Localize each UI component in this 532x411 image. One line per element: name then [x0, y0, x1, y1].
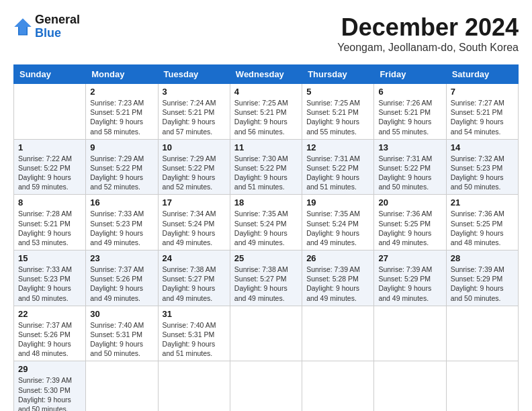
day-info: Sunrise: 7:39 AMSunset: 5:29 PMDaylight:… — [451, 265, 514, 303]
calendar-cell: 6Sunrise: 7:26 AMSunset: 5:21 PMDaylight… — [374, 84, 446, 140]
day-number: 11 — [234, 142, 298, 152]
calendar-cell: 21Sunrise: 7:36 AMSunset: 5:25 PMDayligh… — [446, 195, 518, 250]
day-number: 7 — [451, 87, 514, 97]
calendar-cell: 9Sunrise: 7:29 AMSunset: 5:22 PMDaylight… — [86, 139, 158, 195]
day-number: 21 — [451, 197, 514, 208]
calendar-cell: 3Sunrise: 7:24 AMSunset: 5:21 PMDaylight… — [158, 84, 230, 140]
calendar-cell: 13Sunrise: 7:31 AMSunset: 5:22 PMDayligh… — [374, 139, 446, 195]
day-number: 14 — [451, 142, 514, 152]
day-info: Sunrise: 7:31 AMSunset: 5:22 PMDaylight:… — [306, 154, 369, 192]
day-number: 30 — [90, 309, 153, 319]
main-title: December 2024 — [337, 13, 519, 42]
calendar-cell — [374, 361, 446, 411]
calendar-cell: 26Sunrise: 7:39 AMSunset: 5:28 PMDayligh… — [302, 250, 374, 306]
top-bar: General Blue December 2024 Yeongam, Jeol… — [13, 13, 519, 58]
calendar-cell: 29Sunrise: 7:39 AMSunset: 5:30 PMDayligh… — [14, 361, 86, 411]
day-number: 12 — [306, 142, 369, 152]
calendar-cell: 17Sunrise: 7:34 AMSunset: 5:24 PMDayligh… — [158, 195, 230, 250]
calendar-cell — [230, 361, 302, 411]
day-info: Sunrise: 7:35 AMSunset: 5:24 PMDaylight:… — [306, 209, 369, 247]
calendar-cell — [158, 361, 230, 411]
day-info: Sunrise: 7:39 AMSunset: 5:28 PMDaylight:… — [306, 265, 369, 303]
calendar-cell: 1Sunrise: 7:22 AMSunset: 5:22 PMDaylight… — [14, 139, 86, 195]
day-number: 24 — [163, 253, 226, 263]
calendar-week-3: 15Sunrise: 7:33 AMSunset: 5:23 PMDayligh… — [14, 250, 519, 306]
day-info: Sunrise: 7:22 AMSunset: 5:22 PMDaylight:… — [18, 154, 81, 192]
calendar-cell: 10Sunrise: 7:29 AMSunset: 5:22 PMDayligh… — [158, 139, 230, 195]
day-info: Sunrise: 7:37 AMSunset: 5:26 PMDaylight:… — [18, 320, 81, 359]
calendar-week-5: 29Sunrise: 7:39 AMSunset: 5:30 PMDayligh… — [14, 361, 519, 411]
day-info: Sunrise: 7:27 AMSunset: 5:21 PMDaylight:… — [451, 98, 514, 136]
col-header-monday: Monday — [86, 65, 158, 84]
calendar-cell: 25Sunrise: 7:38 AMSunset: 5:27 PMDayligh… — [230, 250, 302, 306]
calendar-table: SundayMondayTuesdayWednesdayThursdayFrid… — [13, 64, 519, 411]
calendar-cell: 24Sunrise: 7:38 AMSunset: 5:27 PMDayligh… — [158, 250, 230, 306]
day-number: 13 — [378, 142, 441, 152]
day-info: Sunrise: 7:36 AMSunset: 5:25 PMDaylight:… — [378, 209, 441, 247]
day-info: Sunrise: 7:38 AMSunset: 5:27 PMDaylight:… — [234, 265, 298, 303]
day-number: 3 — [163, 87, 226, 97]
day-number: 5 — [306, 87, 369, 97]
day-info: Sunrise: 7:29 AMSunset: 5:22 PMDaylight:… — [90, 154, 153, 192]
day-number: 18 — [234, 197, 298, 208]
day-number: 27 — [378, 253, 441, 263]
calendar-cell: 12Sunrise: 7:31 AMSunset: 5:22 PMDayligh… — [302, 139, 374, 195]
col-header-friday: Friday — [374, 65, 446, 84]
day-number: 2 — [90, 87, 153, 97]
day-number: 20 — [378, 197, 441, 208]
calendar-cell: 14Sunrise: 7:32 AMSunset: 5:23 PMDayligh… — [446, 139, 518, 195]
day-number: 29 — [18, 364, 81, 374]
day-info: Sunrise: 7:40 AMSunset: 5:31 PMDaylight:… — [90, 320, 153, 359]
header-row: SundayMondayTuesdayWednesdayThursdayFrid… — [14, 65, 519, 84]
calendar-cell — [14, 84, 86, 140]
subtitle: Yeongam, Jeollanam-do, South Korea — [337, 42, 519, 54]
day-info: Sunrise: 7:38 AMSunset: 5:27 PMDaylight:… — [163, 265, 226, 303]
calendar-cell: 31Sunrise: 7:40 AMSunset: 5:31 PMDayligh… — [158, 306, 230, 361]
calendar-cell: 8Sunrise: 7:28 AMSunset: 5:21 PMDaylight… — [14, 195, 86, 250]
calendar-cell: 28Sunrise: 7:39 AMSunset: 5:29 PMDayligh… — [446, 250, 518, 306]
calendar-cell: 15Sunrise: 7:33 AMSunset: 5:23 PMDayligh… — [14, 250, 86, 306]
logo: General Blue — [13, 13, 80, 40]
day-info: Sunrise: 7:24 AMSunset: 5:21 PMDaylight:… — [163, 98, 226, 136]
calendar-cell — [446, 306, 518, 361]
day-number: 25 — [234, 253, 298, 263]
day-info: Sunrise: 7:32 AMSunset: 5:23 PMDaylight:… — [451, 154, 514, 192]
day-info: Sunrise: 7:29 AMSunset: 5:22 PMDaylight:… — [163, 154, 226, 192]
calendar-cell: 16Sunrise: 7:33 AMSunset: 5:23 PMDayligh… — [86, 195, 158, 250]
calendar-cell: 11Sunrise: 7:30 AMSunset: 5:22 PMDayligh… — [230, 139, 302, 195]
day-info: Sunrise: 7:31 AMSunset: 5:22 PMDaylight:… — [378, 154, 441, 192]
day-info: Sunrise: 7:30 AMSunset: 5:22 PMDaylight:… — [234, 154, 298, 192]
day-number: 28 — [451, 253, 514, 263]
day-number: 17 — [163, 197, 226, 208]
col-header-thursday: Thursday — [302, 65, 374, 84]
day-number: 6 — [378, 87, 441, 97]
day-number: 19 — [306, 197, 369, 208]
day-number: 23 — [90, 253, 153, 263]
day-info: Sunrise: 7:33 AMSunset: 5:23 PMDaylight:… — [90, 209, 153, 247]
calendar-cell — [446, 361, 518, 411]
day-number: 4 — [234, 87, 298, 97]
calendar-cell: 27Sunrise: 7:39 AMSunset: 5:29 PMDayligh… — [374, 250, 446, 306]
day-info: Sunrise: 7:39 AMSunset: 5:29 PMDaylight:… — [378, 265, 441, 303]
day-number: 10 — [163, 142, 226, 152]
calendar-cell: 4Sunrise: 7:25 AMSunset: 5:21 PMDaylight… — [230, 84, 302, 140]
calendar-week-4: 22Sunrise: 7:37 AMSunset: 5:26 PMDayligh… — [14, 306, 519, 361]
day-info: Sunrise: 7:25 AMSunset: 5:21 PMDaylight:… — [234, 98, 298, 136]
calendar-cell: 7Sunrise: 7:27 AMSunset: 5:21 PMDaylight… — [446, 84, 518, 140]
day-number: 26 — [306, 253, 369, 263]
day-number: 8 — [18, 197, 81, 208]
calendar-cell: 19Sunrise: 7:35 AMSunset: 5:24 PMDayligh… — [302, 195, 374, 250]
day-info: Sunrise: 7:26 AMSunset: 5:21 PMDaylight:… — [378, 98, 441, 136]
calendar-week-0: 2Sunrise: 7:23 AMSunset: 5:21 PMDaylight… — [14, 84, 519, 140]
col-header-tuesday: Tuesday — [158, 65, 230, 84]
calendar-cell — [374, 306, 446, 361]
calendar-week-1: 1Sunrise: 7:22 AMSunset: 5:22 PMDaylight… — [14, 139, 519, 195]
calendar-cell: 23Sunrise: 7:37 AMSunset: 5:26 PMDayligh… — [86, 250, 158, 306]
calendar-cell — [302, 361, 374, 411]
day-info: Sunrise: 7:23 AMSunset: 5:21 PMDaylight:… — [90, 98, 153, 136]
day-info: Sunrise: 7:37 AMSunset: 5:26 PMDaylight:… — [90, 265, 153, 303]
day-number: 15 — [18, 253, 81, 263]
logo-icon — [13, 17, 32, 36]
day-info: Sunrise: 7:36 AMSunset: 5:25 PMDaylight:… — [451, 209, 514, 247]
day-info: Sunrise: 7:25 AMSunset: 5:21 PMDaylight:… — [306, 98, 369, 136]
